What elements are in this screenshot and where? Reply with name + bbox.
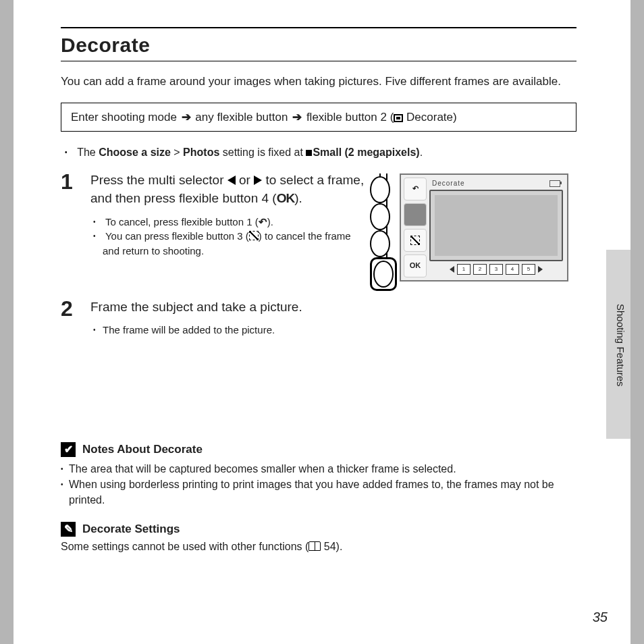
text-bold: Choose a size <box>99 146 171 158</box>
text: setting is fixed at <box>219 146 306 158</box>
step-1: 1 ↶ <box>61 171 576 281</box>
step-text: Frame the subject and take a picture. <box>90 300 302 314</box>
cancel-frame-icon <box>410 236 420 245</box>
manual-page-icon <box>308 541 321 551</box>
note-item: When using borderless printing to print … <box>69 477 576 508</box>
back-arrow-icon: ↶ <box>259 216 267 227</box>
path-part: flexible button 2 ( <box>306 111 394 124</box>
frame-thumb: 4 <box>506 264 519 275</box>
text: . <box>420 146 423 158</box>
setting-bullet-list: The Choose a size > Photos setting is fi… <box>61 146 576 159</box>
frame-thumb: 5 <box>522 264 535 275</box>
pencil-icon: ✎ <box>61 522 76 537</box>
path-part: Enter shooting mode <box>71 111 177 124</box>
step-sub-item: The frame will be added to the picture. <box>103 323 576 338</box>
title-top-rule <box>61 27 576 28</box>
step-number: 1 <box>61 171 81 281</box>
intro-text: You can add a frame around your images w… <box>61 74 576 90</box>
menu-path-box: Enter shooting mode ➔ any flexible butto… <box>61 103 576 132</box>
ok-icon: OK <box>277 191 295 205</box>
text-bold: Photos <box>183 146 219 158</box>
prev-frame-icon <box>450 266 454 273</box>
soft-back-button: ↶ <box>404 178 427 200</box>
soft-empty-button <box>404 203 427 226</box>
check-icon: ✔ <box>61 442 76 457</box>
back-icon: ↶ <box>412 184 419 194</box>
left-triangle-icon <box>227 176 236 185</box>
note-item: The area that will be captured becomes s… <box>69 461 576 477</box>
flex-button-4 <box>373 261 394 288</box>
path-part: any flexible button <box>195 111 288 124</box>
path-part: Decorate) <box>403 111 456 124</box>
soft-ok-button: OK <box>404 254 427 277</box>
text: You can press flexible button 3 ( <box>105 230 249 242</box>
battery-icon <box>549 180 560 187</box>
right-triangle-icon <box>254 176 262 185</box>
step-number: 2 <box>61 298 81 338</box>
step-body: Frame the subject and take a picture. Th… <box>90 298 576 338</box>
settings-heading-row: ✎ Decorate Settings <box>61 522 576 537</box>
next-frame-icon <box>538 266 543 273</box>
physical-buttons <box>370 176 397 291</box>
flex-button-2 <box>370 203 390 230</box>
notes-heading: Notes About Decorate <box>82 443 203 456</box>
page: Shooting Features Decorate You can add a… <box>0 0 644 644</box>
step-text: ). <box>294 191 302 205</box>
flex-button-4-highlight <box>370 257 397 291</box>
text-bold: Small (2 megapixels) <box>313 146 419 158</box>
soft-button-column: ↶ OK <box>404 178 427 277</box>
setting-bullet: The Choose a size > Photos setting is fi… <box>74 146 576 159</box>
arrow-right-icon: ➔ <box>292 110 302 124</box>
frame-thumb: 3 <box>489 264 503 275</box>
soft-cancel-frame-button <box>404 229 427 252</box>
settings-heading: Decorate Settings <box>82 522 180 536</box>
screen-title-text: Decorate <box>432 179 465 189</box>
frame-thumb: 1 <box>457 264 471 275</box>
text: To cancel, press flexible button 1 ( <box>105 216 259 227</box>
notes-section: ✔ Notes About Decorate The area that wil… <box>61 442 576 553</box>
step-text: or <box>236 173 254 187</box>
notes-list: The area that will be captured becomes s… <box>61 461 576 508</box>
step-sublist: The frame will be added to the picture. <box>90 323 576 338</box>
title-bottom-rule <box>61 61 576 61</box>
flex-button-1 <box>370 176 390 203</box>
content-area: Decorate You can add a frame around your… <box>14 0 630 644</box>
text: The <box>77 146 99 158</box>
text: 54). <box>321 541 342 552</box>
page-number: 35 <box>593 610 608 625</box>
notes-heading-row: ✔ Notes About Decorate <box>61 442 576 457</box>
page-title: Decorate <box>61 34 576 57</box>
step-text: Press the multi selector <box>90 173 227 187</box>
document-sheet: Shooting Features Decorate You can add a… <box>14 0 630 644</box>
step-2: 2 Frame the subject and take a picture. … <box>61 298 576 338</box>
cancel-frame-icon <box>249 231 259 240</box>
decorate-icon <box>394 114 403 122</box>
step-body: ↶ OK Decorate <box>90 171 576 281</box>
small-square-icon <box>306 150 312 156</box>
frame-thumbnails: 1 2 3 4 5 <box>429 264 563 275</box>
text: Some settings cannot be used with other … <box>61 541 308 552</box>
lcd-screen: ↶ OK Decorate <box>400 173 568 281</box>
camera-screen-illustration: ↶ OK Decorate <box>374 173 576 281</box>
screen-main-area: Decorate 1 2 3 4 5 <box>429 178 563 277</box>
screen-title-bar: Decorate <box>429 178 563 190</box>
flex-button-3 <box>370 230 390 257</box>
text: > <box>171 146 183 158</box>
arrow-right-icon: ➔ <box>182 110 191 124</box>
settings-text: Some settings cannot be used with other … <box>61 541 576 553</box>
frame-thumb: 2 <box>473 264 487 275</box>
text: ). <box>267 216 273 227</box>
frame-preview <box>429 190 563 261</box>
